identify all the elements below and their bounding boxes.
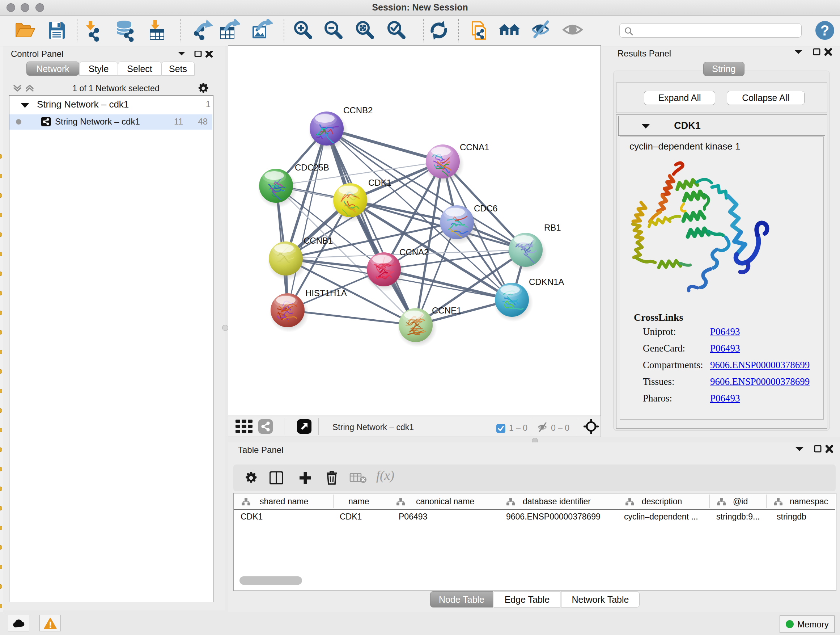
svg-text:CCNB2: CCNB2 xyxy=(343,105,373,115)
svg-text:CDK1: CDK1 xyxy=(368,178,392,187)
svg-text:CDC25B: CDC25B xyxy=(295,163,329,172)
svg-text:CCNE1: CCNE1 xyxy=(432,306,461,315)
svg-text:CDKN1A: CDKN1A xyxy=(529,277,564,287)
svg-text:HIST1H1A: HIST1H1A xyxy=(305,288,347,298)
svg-text:CDC6: CDC6 xyxy=(474,203,497,213)
svg-text:CCNA1: CCNA1 xyxy=(460,142,489,152)
svg-text:CCNA2: CCNA2 xyxy=(399,247,429,257)
svg-text:?: ? xyxy=(821,22,829,38)
svg-text:CCNB1: CCNB1 xyxy=(303,236,333,245)
svg-text:RB1: RB1 xyxy=(544,223,561,233)
